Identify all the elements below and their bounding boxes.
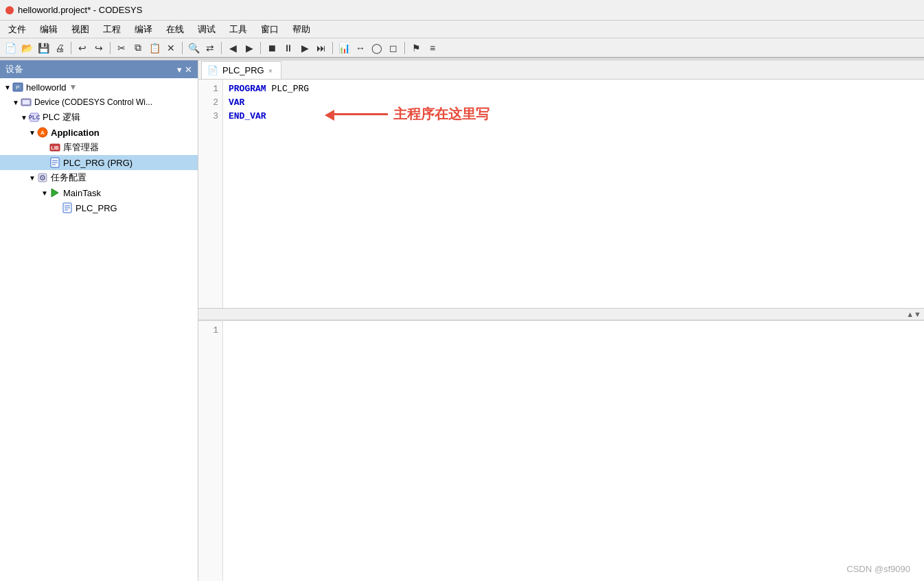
expand-device[interactable]: ▼ (11, 99, 21, 106)
panel-close[interactable]: ✕ (185, 64, 192, 75)
tree-item-maintask[interactable]: ▼ MainTask (0, 185, 198, 200)
toolbar-copy[interactable]: ⧉ (130, 40, 146, 56)
icon-taskconfig (37, 172, 48, 183)
line-num-2: 2 (198, 96, 218, 110)
code-content-lower[interactable] (223, 321, 924, 581)
expand-application[interactable]: ▼ (27, 129, 37, 137)
svg-point-16 (42, 177, 43, 178)
tree-item-plclogic[interactable]: ▼ PLC PLC 逻辑 (0, 110, 198, 125)
toolbar-stop[interactable]: ⏹ (264, 40, 279, 56)
tab-icon: 📄 (207, 65, 218, 75)
toolbar-print[interactable]: 🖨 (52, 40, 67, 56)
dropdown-arrow[interactable]: ▼ (69, 82, 78, 92)
menu-bar: 文件 编辑 视图 工程 编译 在线 调试 工具 窗口 帮助 (0, 21, 924, 38)
right-panel: 📄 PLC_PRG × 1 2 3 PROGRAM PLC_PRG VAR (198, 60, 924, 581)
code-lower-area[interactable]: 1 (198, 320, 924, 581)
device-tree: ▼ P helloworld ▼ ▼ Device (CODESYS Contr… (0, 78, 198, 581)
menu-view[interactable]: 视图 (66, 22, 95, 37)
icon-libmanager: LIB (49, 142, 60, 153)
code-line-1: PROGRAM PLC_PRG (229, 82, 919, 96)
code-line-2: VAR (229, 96, 919, 110)
toolbar-sep6 (332, 42, 333, 54)
tree-label-plcprg-ref: PLC_PRG (76, 203, 117, 213)
toolbar-save[interactable]: 💾 (36, 40, 51, 56)
code-upper-area[interactable]: 1 2 3 PROGRAM PLC_PRG VAR END_VAR 主 (198, 80, 924, 308)
icon-device (21, 97, 32, 108)
scroll-divider[interactable]: ▲▼ (198, 308, 924, 320)
toolbar-cut[interactable]: ✂ (114, 40, 129, 56)
toolbar-extra2[interactable]: ≡ (425, 40, 440, 56)
menu-project[interactable]: 工程 (97, 22, 126, 37)
svg-text:PLC: PLC (29, 114, 40, 121)
menu-file[interactable]: 文件 (3, 22, 32, 37)
tree-label-device: Device (CODESYS Control Wi... (34, 97, 152, 107)
toolbar-run[interactable]: ▶ (297, 40, 312, 56)
tree-item-application[interactable]: ▼ A Application (0, 125, 198, 140)
tab-close-button[interactable]: × (268, 67, 273, 75)
toolbar-sep2 (110, 42, 111, 54)
app-icon (5, 6, 14, 14)
title-bar: helloworld.project* - CODESYS (0, 0, 924, 21)
toolbar-prev[interactable]: ◀ (225, 40, 240, 56)
tree-item-device[interactable]: ▼ Device (CODESYS Control Wi... (0, 95, 198, 110)
tree-item-taskconfig[interactable]: ▼ 任务配置 (0, 170, 198, 185)
toolbar-circle[interactable]: ◯ (369, 40, 384, 56)
toolbar-delete[interactable]: ✕ (163, 40, 178, 56)
svg-text:A: A (41, 130, 45, 136)
svg-text:P: P (16, 84, 19, 91)
expand-taskconfig[interactable]: ▼ (27, 174, 37, 182)
menu-help[interactable]: 帮助 (287, 22, 316, 37)
toolbar-sep4 (221, 42, 222, 54)
main-area: 设备 ▾ ✕ ▼ P helloworld ▼ ▼ (0, 60, 924, 581)
toolbar-next[interactable]: ▶ (242, 40, 257, 56)
lower-line-num-1: 1 (198, 324, 218, 337)
tree-item-helloworld[interactable]: ▼ P helloworld ▼ (0, 80, 198, 95)
scroll-arrows[interactable]: ▲▼ (906, 310, 921, 318)
toolbar-paste[interactable]: 📋 (147, 40, 162, 56)
menu-build[interactable]: 编译 (129, 22, 158, 37)
tree-item-plcprg[interactable]: ▶ PLC_PRG (PRG) (0, 155, 198, 170)
tree-label-application: Application (51, 128, 100, 138)
toolbar-square[interactable]: ◻ (386, 40, 401, 56)
toolbar-online[interactable]: ↔ (353, 40, 368, 56)
toolbar-open[interactable]: 📂 (19, 40, 34, 56)
line-numbers-lower: 1 (198, 321, 223, 581)
tree-label-taskconfig: 任务配置 (51, 171, 86, 184)
line-num-3: 3 (198, 110, 218, 123)
keyword-program: PROGRAM (229, 84, 266, 94)
menu-debug[interactable]: 调试 (192, 22, 221, 37)
tab-bar: 📄 PLC_PRG × (198, 60, 924, 80)
toolbar-chart[interactable]: 📊 (336, 40, 351, 56)
panel-pin[interactable]: ▾ (177, 64, 182, 75)
icon-application: A (37, 127, 48, 138)
tree-label-plclogic: PLC 逻辑 (43, 111, 80, 123)
toolbar-pause[interactable]: ⏸ (281, 40, 296, 56)
tab-plcprg[interactable]: 📄 PLC_PRG × (201, 61, 281, 79)
tab-label: PLC_PRG (222, 65, 264, 75)
menu-online[interactable]: 在线 (161, 22, 189, 37)
panel-title: 设备 (5, 63, 23, 75)
expand-helloworld[interactable]: ▼ (3, 84, 12, 91)
tree-item-plcprg-ref[interactable]: ▶ PLC_PRG (0, 200, 198, 215)
title-text: helloworld.project* - CODESYS (18, 5, 142, 15)
code-content-upper[interactable]: PROGRAM PLC_PRG VAR END_VAR 主程序在这里写 (223, 80, 924, 308)
annotation-text: 主程序在这里写 (393, 107, 489, 121)
menu-edit[interactable]: 编辑 (34, 22, 63, 37)
menu-tools[interactable]: 工具 (224, 22, 253, 37)
expand-plclogic[interactable]: ▼ (19, 114, 29, 121)
menu-window[interactable]: 窗口 (255, 22, 284, 37)
toolbar-undo[interactable]: ↩ (75, 40, 90, 56)
tree-label-libmanager: 库管理器 (63, 141, 99, 154)
tree-item-libmanager[interactable]: ▶ LIB 库管理器 (0, 140, 198, 155)
left-panel: 设备 ▾ ✕ ▼ P helloworld ▼ ▼ (0, 60, 198, 581)
expand-maintask[interactable]: ▼ (40, 189, 49, 197)
toolbar-redo[interactable]: ↪ (91, 40, 106, 56)
tree-label-plcprg: PLC_PRG (PRG) (63, 158, 132, 168)
toolbar-new[interactable]: 📄 (3, 40, 18, 56)
toolbar-find[interactable]: 🔍 (186, 40, 201, 56)
toolbar-extra1[interactable]: ⚑ (408, 40, 424, 56)
toolbar-step[interactable]: ⏭ (314, 40, 329, 56)
keyword-endvar: END_VAR (229, 111, 266, 121)
toolbar-findreplace[interactable]: ⇄ (203, 40, 218, 56)
annotation-group: 主程序在这里写 (333, 107, 489, 121)
